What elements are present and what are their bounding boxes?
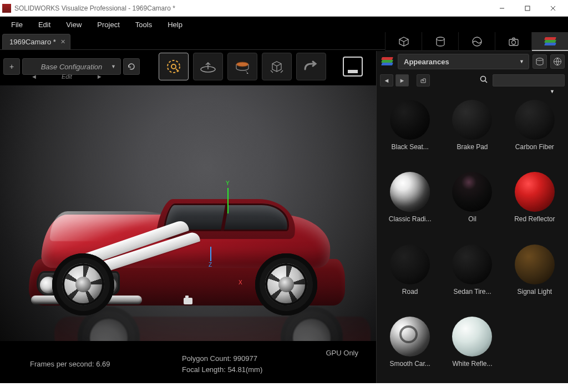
swatch-preview-icon [515, 245, 555, 284]
nav-back-button[interactable]: ◄ [380, 74, 393, 86]
close-button[interactable] [540, 0, 566, 17]
svg-point-9 [171, 64, 176, 69]
search-input[interactable] [493, 74, 565, 86]
config-edit-label[interactable]: Edit [62, 73, 72, 80]
cube-orbit-icon [267, 58, 286, 75]
config-dropdown[interactable]: Base Configuration ▼ [22, 58, 121, 75]
swatch-preview-icon [390, 317, 430, 357]
svg-line-16 [485, 80, 488, 83]
frame-icon [348, 70, 358, 73]
appearance-swatch[interactable]: Signal Light [505, 245, 565, 307]
swatch-preview-icon [452, 172, 492, 212]
render-preview: X [0, 85, 376, 341]
left-pane: + Base Configuration ▼ [0, 51, 376, 383]
swatch-label: Carbon Fiber [515, 143, 554, 151]
tool-region-select[interactable] [159, 53, 189, 80]
library-nav: ◄ ► [377, 72, 568, 89]
window-title: SOLIDWORKS Visualize Professional - 1969… [14, 4, 175, 12]
right-panel: Appearances ▼ ◄ ► ▼ Black Seat...Br [376, 51, 568, 383]
render-mode-label: GPU Only [326, 349, 358, 357]
window-resizer[interactable] [0, 383, 568, 392]
axis-z-icon [210, 247, 211, 261]
turntable-icon [199, 58, 217, 75]
swatch-label: Classic Radi... [389, 215, 432, 223]
config-dropdown-label: Base Configuration [41, 63, 103, 71]
viewport-stats: GPU Only Frames per second: 6.69 Polygon… [0, 341, 376, 383]
titlebar: SOLIDWORKS Visualize Professional - 1969… [0, 0, 568, 17]
svg-point-13 [536, 58, 543, 60]
panel-tabs [385, 32, 568, 51]
panel-tab-scene[interactable] [422, 32, 458, 51]
appearance-swatch[interactable]: Carbon Fiber [505, 100, 565, 162]
config-prev-button[interactable]: ◄ [31, 73, 37, 80]
menu-view[interactable]: View [58, 18, 89, 31]
menu-file[interactable]: File [3, 18, 31, 31]
chevron-down-icon: ▼ [519, 59, 524, 64]
swatch-label: Brake Pad [457, 143, 488, 151]
viewport-3d[interactable]: X [0, 85, 376, 341]
swatch-label: Smooth Car... [389, 360, 430, 368]
swatch-preview-icon [390, 172, 430, 212]
panel-header: Appearances ▼ [377, 51, 568, 72]
minimize-button[interactable] [489, 0, 515, 17]
add-config-button[interactable]: + [3, 58, 20, 75]
panel-tab-model[interactable] [385, 32, 422, 51]
swatch-label: Oil [468, 215, 476, 223]
tab-close-icon[interactable]: ✕ [60, 38, 65, 45]
menu-edit[interactable]: Edit [31, 18, 58, 31]
tool-redo-arrow[interactable] [296, 53, 326, 80]
cube-icon [398, 35, 410, 48]
tool-cube-orbit[interactable] [262, 53, 292, 80]
swatch-preview-icon [390, 245, 430, 284]
database-icon [535, 57, 544, 66]
tool-turntable[interactable] [193, 53, 223, 80]
menu-tools[interactable]: Tools [128, 18, 160, 31]
material-drop-icon [233, 58, 252, 75]
menu-project[interactable]: Project [89, 18, 127, 31]
maximize-button[interactable] [515, 0, 540, 17]
svg-point-4 [437, 37, 444, 40]
library-db-button[interactable] [532, 54, 547, 69]
swatch-label: Black Seat... [391, 143, 428, 151]
panel-tab-appearances[interactable] [531, 32, 568, 51]
search-icon [480, 75, 488, 86]
appearance-swatch[interactable]: Smooth Car... [380, 317, 440, 379]
swatch-preview-icon [452, 100, 492, 140]
swatch-preview-icon [390, 100, 430, 140]
filter-dropdown-icon[interactable]: ▼ [377, 89, 568, 95]
nav-up-button[interactable] [417, 74, 430, 86]
appearance-swatch[interactable]: Classic Radi... [380, 172, 440, 234]
config-next-button[interactable]: ► [97, 73, 103, 80]
nav-forward-button[interactable]: ► [395, 74, 409, 86]
library-dropdown-label: Appearances [404, 58, 449, 66]
appearance-swatch[interactable]: Road [380, 245, 440, 307]
library-dropdown[interactable]: Appearances ▼ [398, 54, 529, 69]
refresh-config-button[interactable] [123, 58, 140, 75]
appearance-swatch[interactable]: Sedan Tire... [442, 245, 502, 307]
swatch-label: Sedan Tire... [453, 288, 491, 296]
panel-tab-environment[interactable] [458, 32, 495, 51]
library-web-button[interactable] [550, 54, 565, 69]
appearance-swatch[interactable]: Brake Pad [442, 100, 502, 162]
appearance-swatch[interactable]: Black Seat... [380, 100, 440, 162]
menubar: File Edit View Project Tools Help [0, 17, 568, 32]
focal-length-label: Focal Length: 54.81(mm) [182, 365, 262, 374]
panel-tab-camera[interactable] [495, 32, 531, 51]
polycount-label: Polygon Count: 990977 [182, 354, 257, 363]
appearance-swatch[interactable]: Red Reflector [505, 172, 565, 234]
svg-point-12 [236, 62, 248, 67]
document-tab[interactable]: 1969Camaro * ✕ [2, 34, 70, 49]
swatch-label: Red Reflector [514, 215, 555, 223]
appearance-swatch[interactable]: White Refle... [442, 317, 502, 379]
svg-point-15 [481, 76, 486, 81]
swatch-preview-icon [452, 317, 492, 357]
tool-material-drop[interactable] [227, 53, 257, 80]
appearance-swatch[interactable]: Oil [442, 172, 502, 234]
config-nav: ◄ Edit ► [31, 73, 103, 80]
redo-arrow-icon [302, 59, 321, 74]
camera-icon [508, 35, 520, 48]
tool-render-frame[interactable] [343, 57, 363, 77]
appearance-grid: Black Seat...Brake PadCarbon FiberClassi… [377, 95, 568, 383]
folder-up-icon [420, 77, 427, 84]
menu-help[interactable]: Help [160, 18, 190, 31]
